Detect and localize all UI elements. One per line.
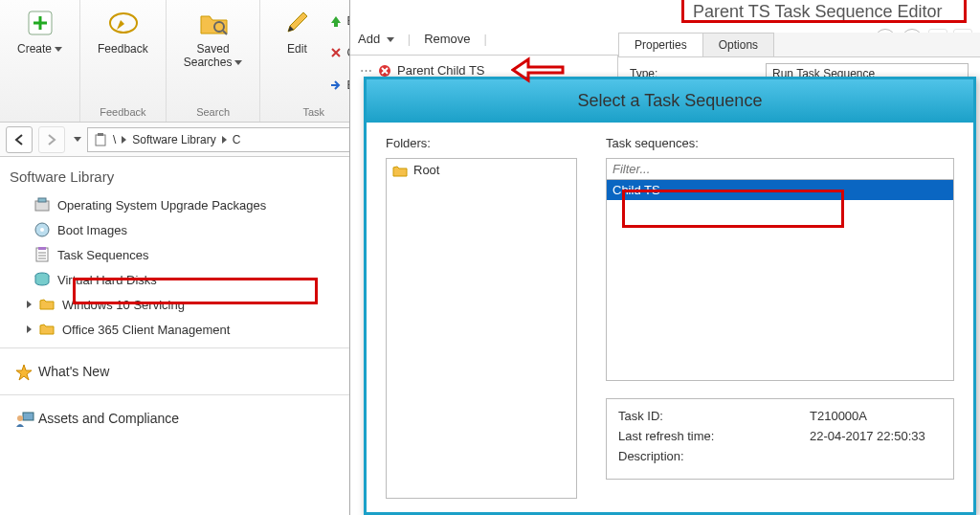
tree-item-label: Office 365 Client Management [62, 323, 230, 337]
folders-label: Folders: [386, 136, 577, 150]
breadcrumb-root: \ [113, 133, 116, 146]
folders-list[interactable]: Root [386, 158, 577, 499]
sequences-list[interactable]: Child TS [606, 180, 954, 381]
sequence-item-child-ts[interactable]: Child TS [607, 180, 953, 200]
svg-rect-12 [23, 413, 33, 420]
error-icon [378, 64, 391, 78]
tree-item-label: Operating System Upgrade Packages [57, 198, 266, 213]
group-task-label: Task [268, 102, 359, 118]
whats-new-link[interactable]: What's New [0, 354, 349, 389]
disc-icon [34, 222, 50, 237]
group-feedback-label: Feedback [88, 102, 158, 118]
assets-compliance-link[interactable]: Assets and Compliance [0, 401, 349, 436]
nav-forward-button[interactable] [38, 126, 65, 153]
clipboard-icon [94, 133, 107, 146]
tab-options[interactable]: Options [702, 33, 774, 56]
arrow-up-icon [329, 14, 343, 28]
properties-tabs: Properties Options [618, 33, 980, 57]
nav-back-button[interactable] [6, 126, 33, 153]
expand-icon [27, 301, 32, 308]
folder-icon [39, 322, 55, 337]
remove-button[interactable]: Remove [424, 32, 470, 46]
svg-point-8 [40, 228, 44, 232]
description-label: Description: [618, 449, 810, 463]
step-label: Parent Child TS [397, 63, 485, 78]
x-icon [329, 46, 343, 59]
svg-rect-6 [38, 198, 46, 202]
dialog-title: Select a Task Sequence [367, 79, 973, 123]
feedback-button[interactable]: Feedback [88, 4, 158, 102]
tree-item-task-sequences[interactable]: Task Sequences [0, 242, 349, 267]
tree-item-office365[interactable]: Office 365 Client Management [0, 317, 349, 342]
refresh-label: Last refresh time: [618, 429, 810, 443]
ribbon-group-feedback: Feedback Feedback [80, 0, 167, 122]
group-search-label: Search [174, 102, 253, 118]
user-monitor-icon [15, 411, 31, 426]
sequence-info-panel: Task ID:T210000A Last refresh time:22-04… [606, 398, 954, 480]
create-label: Create [17, 42, 52, 56]
package-icon [34, 197, 50, 213]
svg-rect-3 [96, 135, 105, 146]
add-button[interactable]: Add [358, 32, 394, 46]
tree-item-label: Windows 10 Servicing [62, 298, 185, 312]
edit-pencil-icon [281, 8, 312, 38]
task-id-label: Task ID: [618, 409, 810, 423]
folder-icon [39, 297, 55, 312]
tree-item-label: Task Sequences [57, 248, 148, 262]
svg-rect-10 [38, 247, 46, 250]
tree-title: Software Library [0, 165, 349, 192]
tree-item-boot-images[interactable]: Boot Images [0, 217, 349, 242]
create-button[interactable]: Create [8, 4, 72, 102]
tree-item-label: Boot Images [57, 223, 127, 237]
pencil-icon [107, 8, 138, 38]
editor-title: Parent TS Task Sequence Editor [685, 0, 970, 24]
dialog-sequences-column: Task sequences: Child TS Task ID:T210000… [606, 136, 954, 499]
feedback-label: Feedback [98, 42, 148, 56]
svg-rect-4 [98, 133, 103, 136]
expand-icon [27, 325, 32, 333]
svg-point-13 [17, 415, 23, 421]
tree-item-win10-servicing[interactable]: Windows 10 Servicing [0, 292, 349, 317]
saved-searches-label: SavedSearches [184, 42, 233, 69]
folder-item-root[interactable]: Root [387, 159, 576, 181]
ribbon-group-search: SavedSearches Search [167, 0, 261, 122]
select-task-sequence-dialog: Select a Task Sequence Folders: Root Tas… [364, 77, 976, 515]
tree-item-vhd[interactable]: Virtual Hard Disks [0, 267, 349, 292]
tree-item-label: Virtual Hard Disks [57, 273, 157, 287]
ribbon-group-create: Create [0, 0, 80, 122]
edit-label: Edit [287, 42, 307, 56]
tasksequence-icon [34, 247, 50, 262]
folder-icon [392, 164, 408, 177]
plus-icon [25, 8, 56, 38]
task-id-value: T210000A [810, 409, 867, 423]
filter-input[interactable] [606, 158, 954, 180]
tab-properties[interactable]: Properties [618, 33, 703, 56]
chevron-right-icon [222, 136, 227, 144]
chevron-right-icon [122, 136, 126, 144]
breadcrumb-item[interactable]: Software Library [132, 133, 215, 146]
assets-label: Assets and Compliance [38, 411, 179, 426]
saved-searches-button[interactable]: SavedSearches [174, 4, 253, 102]
group-label [8, 102, 72, 118]
refresh-value: 22-04-2017 22:50:33 [810, 429, 925, 443]
edit-button[interactable]: Edit [268, 4, 325, 102]
whats-new-label: What's New [38, 364, 109, 379]
svg-rect-9 [36, 248, 48, 261]
nav-history-dropdown[interactable] [74, 137, 81, 142]
breadcrumb-item[interactable]: C [233, 133, 241, 146]
sequences-label: Task sequences: [606, 136, 954, 150]
vhd-icon [34, 272, 50, 287]
software-library-tree: Software Library Operating System Upgrad… [0, 157, 349, 515]
folder-label: Root [413, 163, 439, 177]
star-icon [15, 364, 31, 379]
dialog-folders-column: Folders: Root [386, 136, 577, 499]
tree-item-os-upgrade[interactable]: Operating System Upgrade Packages [0, 192, 349, 217]
arrow-right-blue-icon [329, 78, 343, 92]
folder-search-icon [198, 8, 229, 38]
